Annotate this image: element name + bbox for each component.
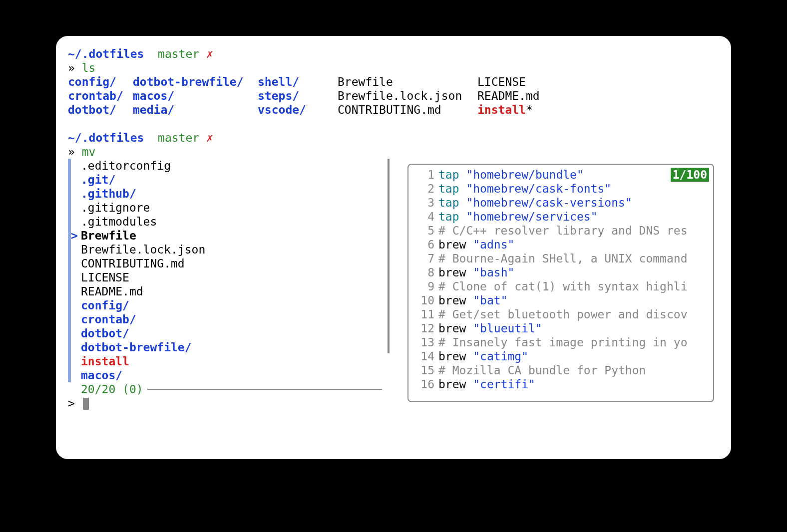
preview-line: 7# Bourne-Again SHell, a UNIX command [412,252,709,266]
list-item[interactable]: crontab/ [68,312,393,326]
ls-file: README.md [477,89,577,103]
code-content: # Insanely fast image printing in yo [438,335,688,349]
code-content: brew "bat" [438,293,508,307]
list-item[interactable]: .github/ [68,187,393,201]
ls-dir: dotbot/ [68,103,133,117]
list-item[interactable]: > Brewfile [68,229,393,243]
ls-output: config/ crontab/ dotbot/ dotbot-brewfile… [68,75,719,117]
prompt-path-prefix: ~/ [68,47,82,60]
cursor-icon [83,398,89,410]
prompt-path-name: .dotfiles [82,131,144,144]
list-item[interactable]: Brewfile.lock.json [68,243,393,257]
scrollbar[interactable] [388,159,390,353]
list-item[interactable]: .editorconfig [68,159,393,173]
list-item[interactable]: config/ [68,298,393,312]
preview-line: 3tap "homebrew/cask-versions" [412,196,709,210]
code-content: tap "homebrew/cask-fonts" [438,182,611,196]
ls-dir: crontab/ [68,89,133,103]
preview-line: 16brew "certifi" [412,377,709,391]
fzf-prompt[interactable]: > [68,396,393,410]
code-content: # Bourne-Again SHell, a UNIX command [438,252,688,266]
preview-line: 15# Mozilla CA bundle for Python [412,363,709,377]
preview-line: 1tap "homebrew/bundle" [412,168,709,182]
fzf-picker[interactable]: .editorconfig .git/ .github/ .gitignore … [68,159,719,410]
code-content: tap "homebrew/cask-versions" [438,196,632,210]
list-item-label: .github/ [81,187,136,201]
code-content: brew "adns" [438,238,514,252]
preview-line: 14brew "catimg" [412,349,709,363]
prompt-marker: » [68,145,75,158]
ls-file: CONTRIBUTING.md [338,103,477,117]
list-item[interactable]: dotbot-brewfile/ [68,340,393,354]
ls-dir: shell/ [258,75,338,89]
gutter [71,270,81,284]
list-item-label: CONTRIBUTING.md [81,257,185,270]
list-item-label: dotbot/ [81,326,129,340]
gutter [71,368,81,382]
ls-dir: vscode/ [258,103,338,117]
ls-dir: config/ [68,75,133,89]
list-item-label: .gitignore [81,201,150,215]
code-content: # Mozilla CA bundle for Python [438,363,646,377]
preview-position-badge: 1/100 [671,168,709,182]
list-item-label: config/ [81,298,129,312]
line-number: 16 [412,377,438,391]
list-item[interactable]: LICENSE [68,270,393,284]
line-number: 8 [412,266,438,279]
code-content: tap "homebrew/bundle" [438,168,584,182]
ls-dir: steps/ [258,89,338,103]
fzf-prompt-marker: > [68,397,75,410]
line-number: 3 [412,196,438,210]
command-line-2: » mv [68,145,719,159]
list-item-label: LICENSE [81,270,129,284]
git-branch: master [158,47,199,60]
line-number: 11 [412,307,438,321]
list-item[interactable]: .gitmodules [68,215,393,229]
line-number: 2 [412,182,438,196]
gutter [71,257,81,270]
ls-file: Brewfile.lock.json [338,89,477,103]
divider [147,389,382,390]
list-item-label: .git/ [81,173,115,187]
list-item[interactable]: dotbot/ [68,326,393,340]
list-item-label: Brewfile [81,229,136,243]
preview-line: 12brew "blueutil" [412,321,709,335]
ls-dir: macos/ [133,89,258,103]
line-number: 10 [412,293,438,307]
prompt-path-name: .dotfiles [82,47,144,60]
git-dirty-icon: ✗ [206,131,213,144]
gutter [71,159,81,173]
gutter [71,340,81,354]
git-dirty-icon: ✗ [206,47,213,60]
list-item[interactable]: CONTRIBUTING.md [68,257,393,270]
ls-exec: install* [477,103,577,117]
line-number: 12 [412,321,438,335]
list-item-label: .editorconfig [81,159,171,173]
list-item[interactable]: macos/ [68,368,393,382]
list-item[interactable]: .gitignore [68,201,393,215]
list-item[interactable]: install [68,354,393,368]
code-content: # Get/set bluetooth power and discov [438,307,688,321]
gutter [71,326,81,340]
prompt-line-1: ~/.dotfiles master ✗ [68,47,719,61]
prompt-line-2: ~/.dotfiles master ✗ [68,131,719,145]
fzf-count: 20/20 (0) [81,382,143,396]
gutter [71,284,81,298]
fzf-list[interactable]: .editorconfig .git/ .github/ .gitignore … [68,159,393,410]
preview-line: 5# C/C++ resolver library and DNS res [412,224,709,238]
fzf-preview[interactable]: 1/100 1tap "homebrew/bundle"2tap "homebr… [407,164,714,402]
ls-dir: dotbot-brewfile/ [133,75,258,89]
gutter [71,173,81,187]
code-content: # Clone of cat(1) with syntax highli [438,279,688,293]
terminal-window[interactable]: ~/.dotfiles master ✗ » ls config/ cronta… [56,36,731,459]
list-item[interactable]: README.md [68,284,393,298]
line-number: 9 [412,279,438,293]
code-content: # C/C++ resolver library and DNS res [438,224,688,238]
prompt-marker: » [68,61,75,74]
list-item[interactable]: .git/ [68,173,393,187]
gutter [71,243,81,257]
preview-line: 9# Clone of cat(1) with syntax highli [412,279,709,293]
command-ls: ls [82,61,96,74]
blank-line [68,117,719,131]
ls-dir: media/ [133,103,258,117]
